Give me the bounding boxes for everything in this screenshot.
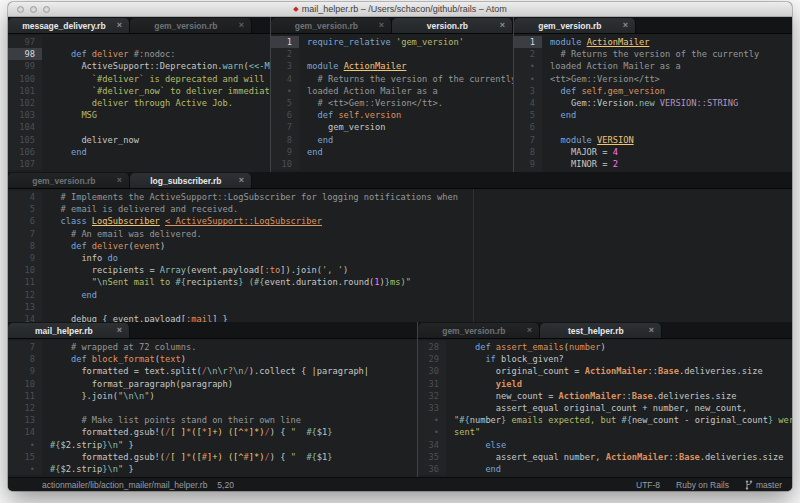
code-line[interactable]: 8 end	[271, 134, 513, 146]
status-git-branch[interactable]: master	[745, 480, 782, 490]
tab-message_delivery.rb[interactable]: message_delivery.rb×	[8, 18, 130, 33]
tab-close-icon[interactable]: ×	[379, 21, 384, 30]
code-line[interactable]: 107	[8, 158, 270, 170]
code-line[interactable]: 8 MAJOR = 4	[514, 146, 792, 158]
code-line[interactable]: 103 MSG	[8, 109, 270, 121]
tab-close-icon[interactable]: ×	[239, 21, 244, 30]
code-line[interactable]: 105 deliver_now	[8, 134, 270, 146]
code-line[interactable]: 5 end	[514, 109, 792, 121]
tab-gem_version.rb[interactable]: gem_version.rb×	[271, 18, 392, 33]
code-line[interactable]: 31 yield	[418, 378, 792, 390]
code-line[interactable]: 6 def self.version	[271, 109, 513, 121]
code-line[interactable]: 13 # Make list points stand on their own…	[8, 414, 417, 426]
code-line[interactable]: 14 formatted.gsub!(/[ ]*([*]+) ([^*]*)/)…	[8, 426, 417, 438]
code-line[interactable]: 13	[8, 301, 792, 313]
tab-close-icon[interactable]: ×	[623, 21, 628, 30]
editor-gem-version[interactable]: 1module ActionMailer2 # Returns the vers…	[514, 34, 792, 172]
status-grammar[interactable]: Ruby on Rails	[676, 480, 729, 490]
code-line[interactable]: 8 def deliver(event)	[8, 240, 792, 252]
code-line[interactable]: 9end	[271, 146, 513, 158]
code-line[interactable]: 1require_relative 'gem_version'	[271, 36, 513, 48]
code-line[interactable]: 1module ActionMailer	[514, 36, 792, 48]
code-line[interactable]: 12	[8, 402, 417, 414]
code-line[interactable]: •"#{number} emails expected, but #{new_c…	[418, 414, 792, 426]
code-line[interactable]: 7 # wrapped at 72 columns.	[8, 341, 417, 353]
code-line[interactable]: 102 deliver through Active Job.	[8, 97, 270, 109]
code-line[interactable]: 9 MINOR = 2	[514, 158, 792, 170]
status-encoding[interactable]: UTF-8	[636, 480, 660, 490]
tab-gem_version.rb[interactable]: gem_version.rb×	[8, 173, 130, 188]
code-line[interactable]: 2	[271, 48, 513, 60]
code-line[interactable]: 6 class LogSubscriber < ActiveSupport::L…	[8, 215, 792, 227]
code-line[interactable]: 32 new_count = ActionMailer::Base.delive…	[418, 390, 792, 402]
code-line[interactable]: 2 # Returns the version of the currently	[514, 48, 792, 60]
code-line[interactable]: 106 end	[8, 146, 270, 158]
tab-mail_helper.rb[interactable]: mail_helper.rb×	[8, 323, 130, 338]
code-line[interactable]: •#{$2.strip}\n" }	[8, 463, 417, 475]
code-line[interactable]: 7 module VERSION	[514, 134, 792, 146]
code-line[interactable]: 11 }.join("\n\n")	[8, 390, 417, 402]
code-line[interactable]: 28 def assert_emails(number)	[418, 341, 792, 353]
code-line[interactable]: •<tt>Gem::Version</tt>	[514, 73, 792, 85]
code-line[interactable]: 4 Gem::Version.new VERSION::STRING	[514, 97, 792, 109]
tab-gem_version.rb[interactable]: gem_version.rb×	[514, 18, 636, 33]
tab-close-icon[interactable]: ×	[649, 326, 654, 335]
code-line[interactable]: 7 gem_version	[271, 121, 513, 133]
code-line[interactable]: 10	[271, 158, 513, 170]
code-line[interactable]: 10 recipients = Array(event.payload[:to]…	[8, 264, 792, 276]
code-line[interactable]: •loaded Action Mailer as a	[271, 85, 513, 97]
editor-log-subscriber[interactable]: 4 # Implements the ActiveSupport::LogSub…	[8, 189, 792, 322]
tab-close-icon[interactable]: ×	[117, 176, 122, 185]
tab-close-icon[interactable]: ×	[117, 21, 122, 30]
close-window-button[interactable]	[17, 6, 24, 13]
code-line[interactable]: •loaded Action Mailer as a	[514, 60, 792, 72]
code-line[interactable]: 15 formatted.gsub!(/[ ]*([#]+) ([^#]*)/)…	[8, 451, 417, 463]
code-line[interactable]: 6	[514, 121, 792, 133]
editor-message-delivery[interactable]: 9798 def deliver #:nodoc:99 ActiveSuppor…	[8, 34, 270, 172]
tab-close-icon[interactable]: ×	[117, 326, 122, 335]
tab-log_subscriber.rb[interactable]: log_subscriber.rb×	[130, 173, 252, 188]
code-line[interactable]: 7 # An email was delivered.	[8, 228, 792, 240]
tab-close-icon[interactable]: ×	[239, 176, 244, 185]
editor-test-helper[interactable]: 28 def assert_emails(number)29 if block_…	[418, 339, 792, 477]
code-line[interactable]: 10 format_paragraph(paragraph)	[8, 378, 417, 390]
zoom-window-button[interactable]	[43, 6, 50, 13]
code-line[interactable]: •#{$2.strip}\n" }	[8, 439, 417, 451]
code-line[interactable]: 29 if block_given?	[418, 353, 792, 365]
code-line[interactable]: 104	[8, 121, 270, 133]
tab-version.rb[interactable]: version.rb×	[392, 18, 513, 33]
tab-close-icon[interactable]: ×	[500, 21, 505, 30]
tab-gem_version.rb[interactable]: gem_version.rb×	[130, 18, 252, 33]
code-line[interactable]: 9 info do	[8, 252, 792, 264]
code-line[interactable]: 5 # <tt>Gem::Version</tt>.	[271, 97, 513, 109]
code-line[interactable]: 8 def block_format(text)	[8, 353, 417, 365]
code-line[interactable]: 34 else	[418, 439, 792, 451]
code-line[interactable]: 9 formatted = text.split(/\n\r?\n/).coll…	[8, 365, 417, 377]
code-line[interactable]: 36 end	[418, 463, 792, 475]
code-line[interactable]: 99 ActiveSupport::Deprecation.warn(<<-MS…	[8, 60, 270, 72]
editor-mail-helper[interactable]: 7 # wrapped at 72 columns.8 def block_fo…	[8, 339, 417, 477]
tab-gem_version.rb[interactable]: gem_version.rb×	[418, 323, 540, 338]
code-line[interactable]: 33 assert_equal original_count + number,…	[418, 402, 792, 414]
code-line[interactable]: 35 assert_equal number, ActionMailer::Ba…	[418, 451, 792, 463]
code-line[interactable]: •sent"	[418, 426, 792, 438]
code-line[interactable]: 4 # Implements the ActiveSupport::LogSub…	[8, 191, 792, 203]
status-file-path[interactable]: actionmailer/lib/action_mailer/mail_help…	[42, 480, 207, 490]
minimize-window-button[interactable]	[30, 6, 37, 13]
editor-version[interactable]: 1require_relative 'gem_version'23module …	[271, 34, 513, 172]
tab-close-icon[interactable]: ×	[527, 326, 532, 335]
code-line[interactable]: 5 # email is delivered and received.	[8, 203, 792, 215]
code-line[interactable]: 3module ActionMailer	[271, 60, 513, 72]
code-line[interactable]: 101 `#deliver_now` to deliver immediatel…	[8, 85, 270, 97]
code-line[interactable]: 12 end	[8, 289, 792, 301]
code-line[interactable]: 30 original_count = ActionMailer::Base.d…	[418, 365, 792, 377]
code-line[interactable]: 14 debug { event.payload[:mail] }	[8, 313, 792, 322]
code-line[interactable]: 4 # Returns the version of the currently	[271, 73, 513, 85]
status-cursor-position[interactable]: 5,20	[217, 480, 234, 490]
code-line[interactable]: 98 def deliver #:nodoc:	[8, 48, 270, 60]
code-line[interactable]: 97	[8, 36, 270, 48]
code-line[interactable]: 3 def self.gem_version	[514, 85, 792, 97]
code-line[interactable]: 11 "\nSent mail to #{recipients} (#{even…	[8, 276, 792, 288]
code-line[interactable]: 100 `#deliver` is deprecated and will be	[8, 73, 270, 85]
window-titlebar[interactable]: ◆mail_helper.rb – /Users/schacon/github/…	[8, 2, 792, 17]
